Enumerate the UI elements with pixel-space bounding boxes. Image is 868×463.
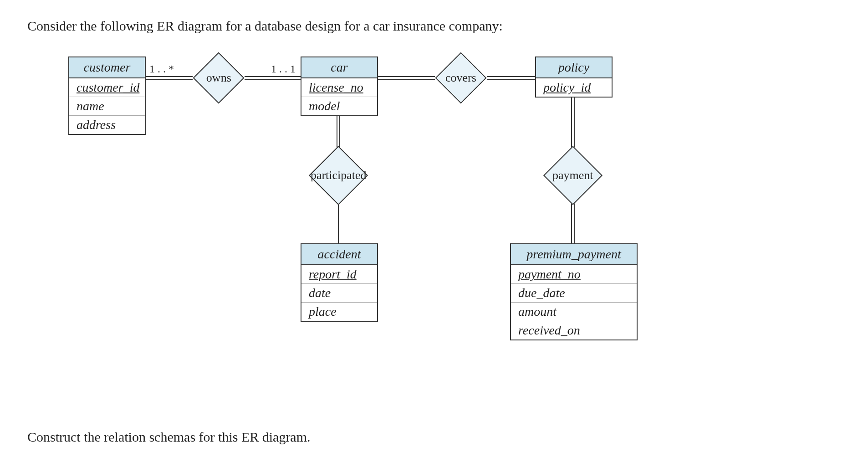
attr-premium-received: received_on <box>511 321 637 340</box>
question-text: Consider the following ER diagram for a … <box>27 18 841 34</box>
entity-car-title: car <box>301 57 377 78</box>
entity-customer-title: customer <box>69 57 145 78</box>
relationship-payment-label: payment <box>552 169 593 182</box>
connectors <box>27 43 824 398</box>
attr-premium-duedate: due_date <box>511 284 637 303</box>
instruction-text: Construct the relation schemas for this … <box>27 429 311 445</box>
relationship-participated-label: participated <box>311 169 367 182</box>
entity-accident: accident report_id date place <box>301 243 378 322</box>
entity-customer: customer customer_id name address <box>68 57 146 135</box>
attr-customer-address: address <box>69 116 145 134</box>
entity-car: car license_no model <box>301 57 378 116</box>
attr-premium-amount: amount <box>511 303 637 321</box>
entity-premium-payment: premium_payment payment_no due_date amou… <box>510 243 638 340</box>
relationship-owns: owns <box>193 52 244 103</box>
entity-policy-title: policy <box>536 57 612 78</box>
entity-accident-title: accident <box>301 244 377 265</box>
attr-customer-name: name <box>69 97 145 116</box>
attr-accident-date: date <box>301 284 377 303</box>
relationship-participated: participated <box>309 146 368 205</box>
attr-accident-place: place <box>301 303 377 321</box>
attr-car-license: license_no <box>301 78 377 97</box>
attr-premium-paymentno: payment_no <box>511 265 637 284</box>
attr-customer-id: customer_id <box>69 78 145 97</box>
relationship-owns-label: owns <box>206 71 231 85</box>
relationship-covers-label: covers <box>445 71 476 85</box>
attr-car-model: model <box>301 97 377 115</box>
attr-policy-id: policy_id <box>536 78 612 97</box>
relationship-covers: covers <box>435 52 486 103</box>
entity-premium-payment-title: premium_payment <box>511 244 637 265</box>
cardinality-owns-left: 1 . . * <box>149 63 174 75</box>
relationship-payment: payment <box>543 146 602 205</box>
er-diagram: customer customer_id name address owns 1… <box>27 43 824 398</box>
attr-accident-reportid: report_id <box>301 265 377 284</box>
entity-policy: policy policy_id <box>535 57 613 98</box>
cardinality-owns-right: 1 . . 1 <box>271 63 296 75</box>
